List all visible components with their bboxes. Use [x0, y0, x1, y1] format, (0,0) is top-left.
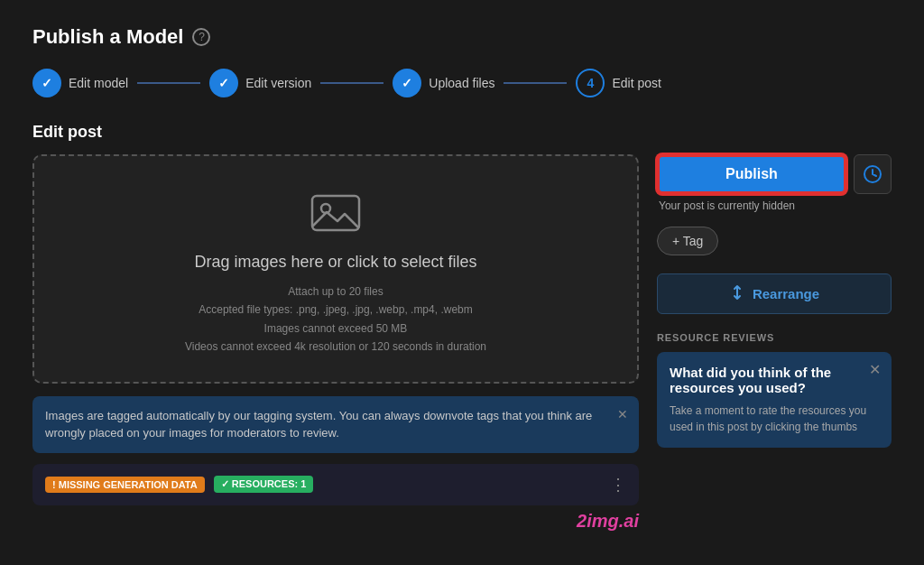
missing-data-banner: ! MISSING GENERATION DATA ✓ RESOURCES: 1…: [32, 464, 639, 505]
connector-2: [320, 82, 383, 84]
step-label-upload-files: Upload files: [429, 76, 494, 90]
step-circle-edit-version: ✓: [209, 69, 238, 97]
step-label-edit-model: Edit model: [69, 76, 128, 90]
tagging-info-banner: Images are tagged automatically by our t…: [32, 396, 639, 453]
close-review-card-button[interactable]: ✕: [869, 361, 881, 378]
right-column: Publish Your post is currently hidden + …: [657, 154, 892, 532]
page-title: Publish a Model: [32, 25, 183, 49]
left-column: Drag images here or click to select file…: [32, 154, 639, 532]
review-question: What did you think of the resources you …: [670, 365, 879, 395]
resource-reviews-title: RESOURCE REVIEWS: [657, 332, 892, 343]
publish-row: Publish: [657, 154, 892, 194]
upload-sub-text: Attach up to 20 files Accepted file type…: [185, 282, 486, 357]
upload-sub-line-1: Attach up to 20 files: [185, 282, 486, 301]
step-circle-edit-model: ✓: [32, 69, 61, 97]
rearrange-icon: [729, 284, 745, 303]
upload-main-text: Drag images here or click to select file…: [194, 253, 476, 272]
review-card: ✕ What did you think of the resources yo…: [657, 352, 892, 448]
watermark-text: 2img.ai: [32, 511, 639, 532]
close-info-banner-button[interactable]: ✕: [617, 405, 628, 424]
more-options-button[interactable]: ⋮: [610, 475, 626, 495]
page-container: Publish a Model ? ✓ Edit model ✓ Edit ve…: [0, 0, 924, 557]
section-title: Edit post: [32, 123, 892, 142]
step-upload-files: ✓ Upload files: [393, 69, 494, 97]
upload-dropzone[interactable]: Drag images here or click to select file…: [32, 154, 639, 384]
rearrange-label: Rearrange: [753, 286, 819, 301]
page-title-row: Publish a Model ?: [32, 25, 892, 49]
resources-badge: ✓ RESOURCES: 1: [214, 476, 314, 493]
schedule-button[interactable]: [854, 154, 892, 194]
step-label-edit-post: Edit post: [612, 76, 661, 90]
step-label-edit-version: Edit version: [245, 76, 311, 90]
upload-sub-line-3: Images cannot exceed 50 MB: [185, 320, 486, 338]
review-description: Take a moment to rate the resources you …: [670, 403, 879, 435]
image-upload-icon: [310, 189, 361, 240]
missing-generation-badge: ! MISSING GENERATION DATA: [45, 477, 205, 493]
post-status-text: Your post is currently hidden: [657, 199, 892, 212]
publish-button[interactable]: Publish: [657, 154, 846, 194]
step-edit-model: ✓ Edit model: [32, 69, 128, 97]
connector-1: [137, 82, 200, 84]
upload-sub-line-2: Accepted file types: .png, .jpeg, .jpg, …: [185, 301, 486, 319]
upload-sub-line-4: Videos cannot exceed 4k resolution or 12…: [185, 338, 486, 356]
tagging-info-text: Images are tagged automatically by our t…: [45, 409, 592, 440]
main-layout: Drag images here or click to select file…: [32, 154, 892, 532]
step-circle-edit-post: 4: [576, 69, 605, 97]
step-edit-post: 4 Edit post: [576, 69, 661, 97]
help-icon[interactable]: ?: [192, 28, 210, 46]
svg-rect-0: [312, 196, 359, 230]
stepper: ✓ Edit model ✓ Edit version ✓ Upload fil…: [32, 69, 892, 97]
step-edit-version: ✓ Edit version: [209, 69, 311, 97]
tag-button[interactable]: + Tag: [657, 227, 718, 255]
step-circle-upload-files: ✓: [393, 69, 421, 97]
connector-3: [504, 82, 567, 84]
rearrange-button[interactable]: Rearrange: [657, 273, 892, 314]
